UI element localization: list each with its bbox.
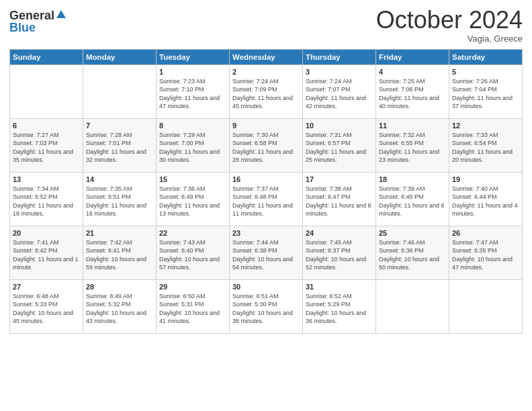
cell-info: Sunrise: 7:43 AMSunset: 6:40 PMDaylight:… <box>159 238 226 272</box>
calendar-cell: 16Sunrise: 7:37 AMSunset: 6:48 PMDayligh… <box>230 172 303 226</box>
cell-info: Sunrise: 7:25 AMSunset: 7:06 PMDaylight:… <box>379 77 446 111</box>
day-number: 1 <box>159 68 226 76</box>
calendar-cell: 24Sunrise: 7:45 AMSunset: 6:37 PMDayligh… <box>303 226 376 279</box>
cell-info: Sunrise: 6:50 AMSunset: 5:31 PMDaylight:… <box>159 292 226 326</box>
cell-info: Sunrise: 7:44 AMSunset: 6:38 PMDaylight:… <box>232 238 300 272</box>
cell-info: Sunrise: 7:24 AMSunset: 7:07 PMDaylight:… <box>306 77 373 111</box>
cell-info: Sunrise: 7:35 AMSunset: 6:51 PMDaylight:… <box>86 185 153 218</box>
calendar-cell: 18Sunrise: 7:39 AMSunset: 6:45 PMDayligh… <box>376 172 449 226</box>
cell-info: Sunrise: 7:42 AMSunset: 6:41 PMDaylight:… <box>86 238 153 272</box>
cell-info: Sunrise: 7:32 AMSunset: 6:55 PMDaylight:… <box>379 131 446 165</box>
day-number: 14 <box>86 175 153 183</box>
cell-info: Sunrise: 7:23 AMSunset: 7:10 PMDaylight:… <box>159 77 226 111</box>
calendar-week: 1Sunrise: 7:23 AMSunset: 7:10 PMDaylight… <box>10 64 523 118</box>
calendar-cell: 5Sunrise: 7:26 AMSunset: 7:04 PMDaylight… <box>449 64 523 118</box>
cell-info: Sunrise: 7:33 AMSunset: 6:54 PMDaylight:… <box>452 131 519 165</box>
svg-marker-0 <box>56 10 66 18</box>
day-number: 4 <box>379 68 446 76</box>
day-number: 9 <box>232 122 300 130</box>
day-number: 27 <box>13 283 80 291</box>
day-number: 2 <box>232 68 300 76</box>
calendar-cell: 2Sunrise: 7:24 AMSunset: 7:09 PMDaylight… <box>230 64 303 118</box>
day-number: 20 <box>13 229 80 237</box>
day-number: 24 <box>306 229 373 237</box>
day-number: 7 <box>86 122 153 130</box>
calendar-table: SundayMondayTuesdayWednesdayThursdayFrid… <box>9 49 523 334</box>
cell-info: Sunrise: 7:37 AMSunset: 6:48 PMDaylight:… <box>232 185 300 218</box>
cell-info: Sunrise: 7:30 AMSunset: 6:58 PMDaylight:… <box>232 131 300 165</box>
calendar-cell: 11Sunrise: 7:32 AMSunset: 6:55 PMDayligh… <box>376 118 449 172</box>
cell-info: Sunrise: 7:29 AMSunset: 7:00 PMDaylight:… <box>159 131 226 165</box>
header-row: SundayMondayTuesdayWednesdayThursdayFrid… <box>10 49 523 64</box>
day-header: Tuesday <box>157 49 230 64</box>
subtitle: Vagia, Greece <box>376 34 523 44</box>
day-header: Saturday <box>449 49 523 64</box>
cell-info: Sunrise: 6:49 AMSunset: 5:32 PMDaylight:… <box>86 292 153 326</box>
calendar-cell: 13Sunrise: 7:34 AMSunset: 6:52 PMDayligh… <box>10 172 83 226</box>
day-header: Friday <box>376 49 449 64</box>
day-number: 25 <box>379 229 446 237</box>
cell-info: Sunrise: 6:51 AMSunset: 5:30 PMDaylight:… <box>232 292 300 326</box>
calendar-cell <box>376 279 449 333</box>
cell-info: Sunrise: 7:41 AMSunset: 6:42 PMDaylight:… <box>13 238 80 272</box>
day-number: 10 <box>306 122 373 130</box>
header: General Blue October 2024 Vagia, Greece <box>9 7 523 44</box>
cell-info: Sunrise: 7:26 AMSunset: 7:04 PMDaylight:… <box>452 77 519 111</box>
day-number: 26 <box>452 229 519 237</box>
day-header: Thursday <box>303 49 376 64</box>
calendar-cell: 23Sunrise: 7:44 AMSunset: 6:38 PMDayligh… <box>230 226 303 279</box>
logo-general: General <box>9 9 54 21</box>
cell-info: Sunrise: 7:45 AMSunset: 6:37 PMDaylight:… <box>306 238 373 272</box>
calendar-cell: 15Sunrise: 7:36 AMSunset: 6:49 PMDayligh… <box>157 172 230 226</box>
cell-info: Sunrise: 7:38 AMSunset: 6:47 PMDaylight:… <box>306 185 373 218</box>
calendar-cell: 1Sunrise: 7:23 AMSunset: 7:10 PMDaylight… <box>157 64 230 118</box>
cell-info: Sunrise: 7:39 AMSunset: 6:45 PMDaylight:… <box>379 185 446 218</box>
day-number: 5 <box>452 68 519 76</box>
calendar-cell: 4Sunrise: 7:25 AMSunset: 7:06 PMDaylight… <box>376 64 449 118</box>
logo-icon <box>55 9 67 21</box>
day-number: 12 <box>452 122 519 130</box>
cell-info: Sunrise: 7:47 AMSunset: 6:35 PMDaylight:… <box>452 238 519 272</box>
calendar-cell: 27Sunrise: 6:48 AMSunset: 5:33 PMDayligh… <box>10 279 83 333</box>
cell-info: Sunrise: 7:31 AMSunset: 6:57 PMDaylight:… <box>306 131 373 165</box>
day-number: 23 <box>232 229 300 237</box>
calendar-cell: 31Sunrise: 6:52 AMSunset: 5:29 PMDayligh… <box>303 279 376 333</box>
day-number: 29 <box>159 283 226 291</box>
day-number: 11 <box>379 122 446 130</box>
calendar-cell: 14Sunrise: 7:35 AMSunset: 6:51 PMDayligh… <box>83 172 157 226</box>
calendar-cell: 10Sunrise: 7:31 AMSunset: 6:57 PMDayligh… <box>303 118 376 172</box>
day-header: Sunday <box>10 49 83 64</box>
calendar-cell: 3Sunrise: 7:24 AMSunset: 7:07 PMDaylight… <box>303 64 376 118</box>
calendar-cell: 28Sunrise: 6:49 AMSunset: 5:32 PMDayligh… <box>83 279 157 333</box>
cell-info: Sunrise: 6:52 AMSunset: 5:29 PMDaylight:… <box>306 292 373 326</box>
day-number: 13 <box>13 175 80 183</box>
calendar-cell: 6Sunrise: 7:27 AMSunset: 7:03 PMDaylight… <box>10 118 83 172</box>
cell-info: Sunrise: 7:28 AMSunset: 7:01 PMDaylight:… <box>86 131 153 165</box>
day-number: 3 <box>306 68 373 76</box>
day-number: 31 <box>306 283 373 291</box>
calendar-cell: 30Sunrise: 6:51 AMSunset: 5:30 PMDayligh… <box>230 279 303 333</box>
calendar-week: 13Sunrise: 7:34 AMSunset: 6:52 PMDayligh… <box>10 172 523 226</box>
cell-info: Sunrise: 7:40 AMSunset: 6:44 PMDaylight:… <box>452 185 519 218</box>
calendar-cell: 20Sunrise: 7:41 AMSunset: 6:42 PMDayligh… <box>10 226 83 279</box>
calendar-cell: 8Sunrise: 7:29 AMSunset: 7:00 PMDaylight… <box>157 118 230 172</box>
day-number: 19 <box>452 175 519 183</box>
day-number: 30 <box>232 283 300 291</box>
day-number: 17 <box>306 175 373 183</box>
calendar-cell: 17Sunrise: 7:38 AMSunset: 6:47 PMDayligh… <box>303 172 376 226</box>
calendar-cell: 7Sunrise: 7:28 AMSunset: 7:01 PMDaylight… <box>83 118 157 172</box>
day-header: Wednesday <box>230 49 303 64</box>
day-number: 8 <box>159 122 226 130</box>
calendar-cell: 29Sunrise: 6:50 AMSunset: 5:31 PMDayligh… <box>157 279 230 333</box>
month-title: October 2024 <box>376 7 523 34</box>
calendar-cell: 21Sunrise: 7:42 AMSunset: 6:41 PMDayligh… <box>83 226 157 279</box>
day-number: 21 <box>86 229 153 237</box>
cell-info: Sunrise: 7:24 AMSunset: 7:09 PMDaylight:… <box>232 77 300 111</box>
page-container: General Blue October 2024 Vagia, Greece … <box>0 0 532 340</box>
cell-info: Sunrise: 7:46 AMSunset: 6:36 PMDaylight:… <box>379 238 446 272</box>
calendar-week: 6Sunrise: 7:27 AMSunset: 7:03 PMDaylight… <box>10 118 523 172</box>
day-number: 18 <box>379 175 446 183</box>
day-number: 28 <box>86 283 153 291</box>
calendar-week: 27Sunrise: 6:48 AMSunset: 5:33 PMDayligh… <box>10 279 523 333</box>
calendar-week: 20Sunrise: 7:41 AMSunset: 6:42 PMDayligh… <box>10 226 523 279</box>
